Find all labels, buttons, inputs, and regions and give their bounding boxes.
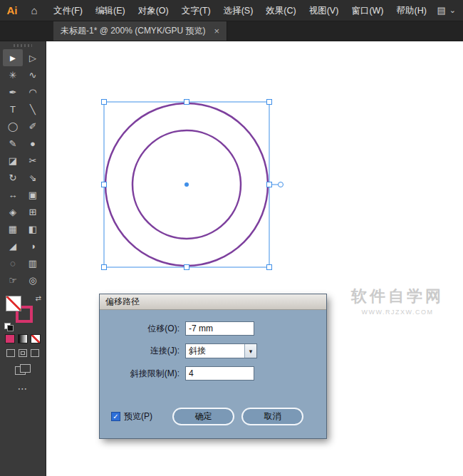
miter-limit-label: 斜接限制(M): xyxy=(111,368,180,380)
direct-selection-tool[interactable]: ▷ xyxy=(23,49,43,66)
handle-bottom-center[interactable] xyxy=(184,265,189,270)
blend-tool[interactable]: ◑ xyxy=(23,237,43,254)
preview-label: 预览(P) xyxy=(124,410,152,423)
free-transform-tool[interactable]: ▣ xyxy=(23,186,43,203)
miter-limit-input[interactable] xyxy=(185,366,254,381)
joins-dropdown-value: 斜接 xyxy=(186,344,244,358)
zoom-tool[interactable]: ◎ xyxy=(23,271,43,289)
document-tab[interactable]: 未标题-1* @ 200% (CMYK/GPU 预览) × xyxy=(53,21,227,41)
main-area: ►▷✳∿✒◠T╲◯✐✎●◪✂↻⇘↔▣◈⊞▦◧◢◑◌▥☞◎ ⇄ ⋯ xyxy=(0,41,463,476)
dialog-title: 偏移路径 xyxy=(105,296,140,308)
offset-path-dialog: 偏移路径 位移(O): 连接(J): 斜接 ▾ 斜接限制(M): xyxy=(100,294,326,438)
gradient-button[interactable] xyxy=(18,334,28,343)
document-tab-bar: 未标题-1* @ 200% (CMYK/GPU 预览) × xyxy=(0,21,463,41)
app-logo[interactable]: Ai xyxy=(0,4,24,16)
joins-dropdown[interactable]: 斜接 ▾ xyxy=(185,343,257,358)
color-type-row xyxy=(5,334,41,343)
tools-panel: ►▷✳∿✒◠T╲◯✐✎●◪✂↻⇘↔▣◈⊞▦◧◢◑◌▥☞◎ ⇄ ⋯ xyxy=(0,41,46,476)
cancel-button[interactable]: 取消 xyxy=(241,408,303,425)
drawing-modes-row xyxy=(6,349,39,357)
line-segment-tool[interactable]: ╲ xyxy=(23,100,43,118)
scissors-tool[interactable]: ✂ xyxy=(23,152,43,169)
dialog-body: 位移(O): 连接(J): 斜接 ▾ 斜接限制(M): ✓ 预览(P) xyxy=(100,310,326,438)
preview-checkbox[interactable]: ✓ xyxy=(111,412,120,421)
offset-field-row: 位移(O): xyxy=(111,321,315,336)
handle-middle-left[interactable] xyxy=(102,182,107,187)
fill-color-swatch[interactable] xyxy=(6,296,21,311)
menu-item-effect[interactable]: 效果(C) xyxy=(259,0,302,21)
handle-bottom-left[interactable] xyxy=(102,265,107,270)
dialog-title-bar[interactable]: 偏移路径 xyxy=(100,294,326,310)
menu-bar: Ai ⌂ 文件(F)编辑(E)对象(O)文字(T)选择(S)效果(C)视图(V)… xyxy=(0,0,463,21)
menu-items: 文件(F)编辑(E)对象(O)文字(T)选择(S)效果(C)视图(V)窗口(W)… xyxy=(47,0,433,21)
home-icon[interactable]: ⌂ xyxy=(24,4,44,16)
chevron-down-icon[interactable]: ⌄ xyxy=(449,6,456,15)
draw-behind-icon[interactable] xyxy=(19,349,27,357)
joins-label: 连接(J): xyxy=(111,345,180,357)
miter-field-row: 斜接限制(M): xyxy=(111,366,315,381)
color-controls: ⇄ xyxy=(3,293,43,331)
menu-item-window[interactable]: 窗口(W) xyxy=(345,0,390,21)
lasso-tool[interactable]: ∿ xyxy=(23,66,43,83)
offset-input[interactable] xyxy=(185,321,254,336)
mesh-tool[interactable]: ▦ xyxy=(3,220,23,237)
scale-tool[interactable]: ⇘ xyxy=(23,169,43,186)
canvas[interactable]: 软件自学网 WWW.RJZXW.COM 偏移路径 位移(O): 连接(J): 斜… xyxy=(46,41,463,476)
type-tool[interactable]: T xyxy=(3,100,23,118)
handle-top-left[interactable] xyxy=(102,100,107,105)
watermark: 软件自学网 WWW.RJZXW.COM xyxy=(351,286,444,316)
handle-top-right[interactable] xyxy=(267,100,272,105)
paintbrush-tool[interactable]: ✐ xyxy=(23,118,43,135)
gradient-tool[interactable]: ◧ xyxy=(23,220,43,237)
workspace-switcher-icon[interactable]: ▤ xyxy=(437,5,445,16)
draw-normal-icon[interactable] xyxy=(6,349,15,357)
handle-top-center[interactable] xyxy=(184,100,189,105)
pencil-tool[interactable]: ✎ xyxy=(3,135,23,152)
selection-tool[interactable]: ► xyxy=(3,49,23,66)
dialog-bottom-row: ✓ 预览(P) 确定 取消 xyxy=(111,408,315,425)
draw-inside-icon[interactable] xyxy=(31,349,39,357)
pen-tool[interactable]: ✒ xyxy=(3,83,23,100)
symbol-sprayer-tool[interactable]: ◌ xyxy=(3,254,23,271)
menu-item-view[interactable]: 视图(V) xyxy=(303,0,345,21)
none-button[interactable] xyxy=(31,334,41,343)
magic-wand-tool[interactable]: ✳ xyxy=(3,66,23,83)
ok-button[interactable]: 确定 xyxy=(172,408,234,425)
default-fill-stroke-icon[interactable] xyxy=(4,323,13,330)
width-tool[interactable]: ↔ xyxy=(3,186,23,203)
side-widget-handle[interactable] xyxy=(279,182,283,187)
ellipse-tool[interactable]: ◯ xyxy=(3,118,23,135)
column-graph-tool[interactable]: ▥ xyxy=(23,254,43,271)
blob-brush-tool[interactable]: ● xyxy=(23,135,43,152)
document-tab-label: 未标题-1* @ 200% (CMYK/GPU 预览) xyxy=(61,25,206,37)
edit-toolbar-icon[interactable]: ⋯ xyxy=(18,383,28,394)
menu-item-edit[interactable]: 编辑(E) xyxy=(89,0,132,21)
watermark-url: WWW.RJZXW.COM xyxy=(351,309,444,316)
shape-builder-tool[interactable]: ◈ xyxy=(3,203,23,220)
screen-mode-icon[interactable] xyxy=(15,364,31,376)
tab-close-icon[interactable]: × xyxy=(214,26,220,36)
offset-label: 位移(O): xyxy=(111,323,180,335)
curvature-tool[interactable]: ◠ xyxy=(23,83,43,100)
menubar-right: ▤ ⌄ xyxy=(437,5,463,16)
panel-grip[interactable] xyxy=(14,44,32,47)
dropdown-arrow-icon[interactable]: ▾ xyxy=(244,344,256,358)
center-anchor-point[interactable] xyxy=(184,182,189,187)
handle-middle-right[interactable] xyxy=(267,182,272,187)
joins-field-row: 连接(J): 斜接 ▾ xyxy=(111,343,315,358)
watermark-title: 软件自学网 xyxy=(351,286,444,307)
color-button[interactable] xyxy=(5,334,15,343)
menu-item-object[interactable]: 对象(O) xyxy=(132,0,175,21)
eyedropper-tool[interactable]: ◢ xyxy=(3,237,23,254)
handle-bottom-right[interactable] xyxy=(267,265,272,270)
menu-item-type[interactable]: 文字(T) xyxy=(175,0,217,21)
menu-item-help[interactable]: 帮助(H) xyxy=(390,0,433,21)
eraser-tool[interactable]: ◪ xyxy=(3,152,23,169)
rotate-tool[interactable]: ↻ xyxy=(3,169,23,186)
menu-item-file[interactable]: 文件(F) xyxy=(47,0,89,21)
perspective-grid-tool[interactable]: ⊞ xyxy=(23,203,43,220)
swap-fill-stroke-icon[interactable]: ⇄ xyxy=(36,294,41,302)
menu-item-select[interactable]: 选择(S) xyxy=(217,0,260,21)
hand-tool[interactable]: ☞ xyxy=(3,271,23,289)
tool-grid: ►▷✳∿✒◠T╲◯✐✎●◪✂↻⇘↔▣◈⊞▦◧◢◑◌▥☞◎ xyxy=(3,49,43,289)
